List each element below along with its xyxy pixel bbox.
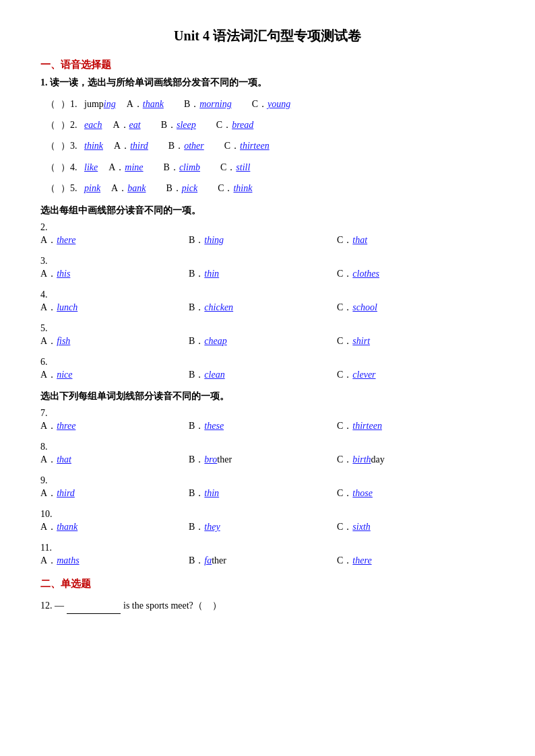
q5-paren: （ xyxy=(40,180,61,197)
subheading3: 选出下列每组单词划线部分读音不同的一项。 xyxy=(40,390,495,403)
q1-row: （ ）1. jumping A．thank B．morning C．young xyxy=(40,96,495,112)
g4-options: A．lunch B．chicken C．school xyxy=(40,302,495,314)
g2-optC: C．that xyxy=(337,234,485,246)
g5-optC: C．shirt xyxy=(337,335,485,347)
q1-num: ）1. xyxy=(61,96,84,112)
g11-num: 11. xyxy=(40,543,495,553)
q2-optB: B．sleep xyxy=(161,116,196,133)
subheading2: 选出每组中画线部分读音不同的一项。 xyxy=(40,205,495,217)
phonics-items-group: （ ）1. jumping A．thank B．morning C．young … xyxy=(40,96,495,197)
g6-optB: B．clean xyxy=(189,369,337,381)
q4-keyword: like xyxy=(84,159,98,176)
g8-optA: A．that xyxy=(40,454,189,466)
g3-num: 3. xyxy=(40,256,495,267)
g9-optB: B．thin xyxy=(189,487,337,500)
q5-row: （ ）5. pink A．bank B．pick C．think xyxy=(40,180,495,197)
q4-optA: A．mine xyxy=(108,159,143,176)
g5-optA: A．fish xyxy=(40,335,189,347)
g10-options: A．thank B．they C．sixth xyxy=(40,521,495,533)
g2-optB: B．thing xyxy=(189,234,337,246)
g2-options: A．there B．thing C．that xyxy=(40,234,495,246)
phonics-group2: 2. A．there B．thing C．that 3. A．this B．th… xyxy=(40,222,495,381)
g11-optB: B．father xyxy=(189,555,337,567)
q4-optB: B．climb xyxy=(164,159,200,176)
page-title: Unit 4 语法词汇句型专项测试卷 xyxy=(40,27,495,45)
section2-label: 二、单选题 xyxy=(40,578,495,590)
g10-optA: A．thank xyxy=(40,521,189,533)
g8-options: A．that B．brother C．birthday xyxy=(40,454,495,466)
g11-optC: C．there xyxy=(337,555,485,567)
q2-keyword: each xyxy=(84,116,102,133)
g2-optA: A．there xyxy=(40,234,189,246)
q3-row: （ ）3. think A．third B．other C．thirteen xyxy=(40,137,495,154)
q5-optB: B．pick xyxy=(166,180,197,197)
g7-optC: C．thirteen xyxy=(337,420,485,432)
g4-optA: A．lunch xyxy=(40,302,189,314)
q2-optC: C．bread xyxy=(216,116,254,133)
phonics-group3: 7. A．three B．these C．thirteen 8. A．that … xyxy=(40,408,495,567)
g6-optC: C．clever xyxy=(337,369,485,381)
g3-options: A．this B．thin C．clothes xyxy=(40,268,495,280)
g11-optA: A．maths xyxy=(40,555,189,567)
g10-optC: C．sixth xyxy=(337,521,485,533)
q2-optA: A．eat xyxy=(113,116,140,133)
g9-optC: C．those xyxy=(337,487,485,500)
g6-optA: A．nice xyxy=(40,369,189,381)
g8-optB: B．brother xyxy=(189,454,337,466)
q1-optB: B．morning xyxy=(184,96,232,112)
g3-optC: C．clothes xyxy=(337,268,485,280)
q3-optA: A．third xyxy=(114,137,148,154)
g9-optA: A．third xyxy=(40,487,189,500)
q5-num: ）5. xyxy=(61,180,84,197)
q3-paren: （ xyxy=(40,137,61,154)
section1-label: 一、语音选择题 xyxy=(40,59,495,71)
q3-optC: C．thirteen xyxy=(224,137,270,154)
g2-num: 2. xyxy=(40,222,495,233)
q2-num: ）2. xyxy=(61,116,84,133)
q5-optA: A．bank xyxy=(111,180,146,197)
q1-paren: （ xyxy=(40,96,61,112)
q4-num: ）4. xyxy=(61,159,84,176)
q12-row: 12. —is the sports meet?（ ） xyxy=(40,597,495,614)
g5-options: A．fish B．cheap C．shirt xyxy=(40,335,495,347)
q4-row: （ ）4. like A．mine B．climb C．still xyxy=(40,159,495,176)
q3-keyword: think xyxy=(84,137,103,154)
g7-optB: B．these xyxy=(189,420,337,432)
q4-paren: （ xyxy=(40,159,61,176)
g10-optB: B．they xyxy=(189,521,337,533)
q2-paren: （ xyxy=(40,116,61,133)
g11-options: A．maths B．father C．there xyxy=(40,555,495,567)
q5-keyword: pink xyxy=(84,180,100,197)
g8-num: 8. xyxy=(40,442,495,452)
q1-optA: A．thank xyxy=(127,96,164,112)
g7-num: 7. xyxy=(40,408,495,419)
g6-num: 6. xyxy=(40,357,495,368)
q3-num: ）3. xyxy=(61,137,84,154)
q2-row: （ ）2. each A．eat B．sleep C．bread xyxy=(40,116,495,133)
g3-optB: B．thin xyxy=(189,268,337,280)
q12-text: 12. —is the sports meet?（ ） xyxy=(40,597,222,614)
g5-num: 5. xyxy=(40,323,495,334)
g9-options: A．third B．thin C．those xyxy=(40,487,495,500)
section1-instruction: 1. 读一读，选出与所给单词画线部分发音不同的一项。 xyxy=(40,77,495,89)
g7-optA: A．three xyxy=(40,420,189,432)
g3-optA: A．this xyxy=(40,268,189,280)
q3-optB: B．other xyxy=(168,137,204,154)
q1-optC: C．young xyxy=(252,96,291,112)
g6-options: A．nice B．clean C．clever xyxy=(40,369,495,381)
g7-options: A．three B．these C．thirteen xyxy=(40,420,495,432)
g8-optC: C．birthday xyxy=(337,454,485,466)
q5-optC: C．think xyxy=(218,180,252,197)
g9-num: 9. xyxy=(40,475,495,486)
g4-optB: B．chicken xyxy=(189,302,337,314)
q4-optC: C．still xyxy=(220,159,250,176)
g4-num: 4. xyxy=(40,289,495,300)
q1-keyword: jumping xyxy=(84,96,116,112)
g10-num: 10. xyxy=(40,509,495,520)
g5-optB: B．cheap xyxy=(189,335,337,347)
g4-optC: C．school xyxy=(337,302,485,314)
